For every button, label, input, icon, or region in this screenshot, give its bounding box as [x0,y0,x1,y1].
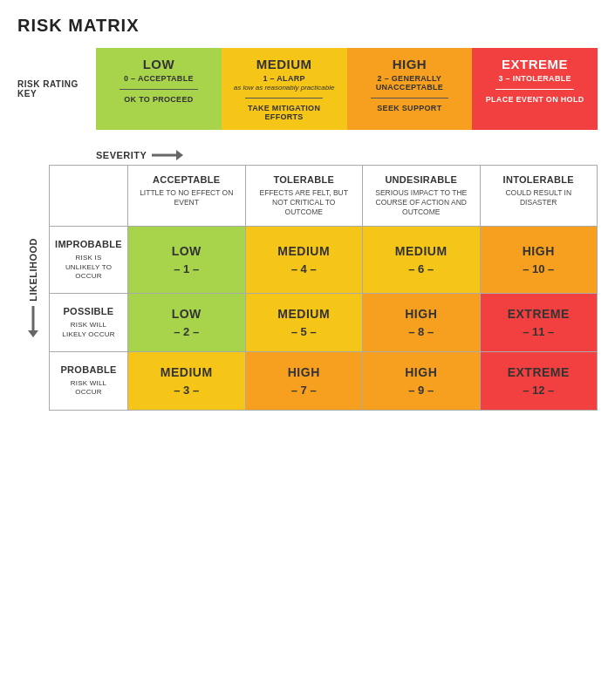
matrix-data-row-improbable: IMPROBABLERISK IS UNLIKELY TO OCCURLOW– … [50,227,597,294]
rating-box-divider-medium [245,98,323,99]
matrix-cell-improbable-2: MEDIUM– 6 – [363,227,481,293]
page-title: RISK MATRIX [17,16,598,36]
row-label-sub-possible: RISK WILL LIKELY OCCUR [58,321,119,339]
matrix-header-cell-1: TOLERABLEEFFECTS ARE FELT, BUT NOT CRITI… [246,166,364,227]
row-label-sub-probable: RISK WILL OCCUR [58,379,119,398]
cell-number-probable-3: – 12 – [523,384,554,397]
rating-box-action-low: OK TO PROCEED [124,95,193,104]
matrix-header-cell-title-1: TOLERABLE [253,174,356,185]
rating-box-low: LOW0 – ACCEPTABLEOK TO PROCEED [96,48,222,130]
row-label-improbable: IMPROBABLERISK IS UNLIKELY TO OCCUR [50,227,128,293]
rating-box-sub-italic-medium: as low as reasonably practicable [234,84,335,92]
cell-number-probable-2: – 9 – [408,384,434,397]
cell-number-possible-2: – 8 – [408,325,434,338]
cell-rating-possible-1: MEDIUM [277,307,330,321]
cell-rating-improbable-1: MEDIUM [277,244,330,258]
row-label-title-probable: PROBABLE [60,364,116,375]
rating-key-section: RISK RATING KEY LOW0 – ACCEPTABLEOK TO P… [17,48,598,130]
rating-box-title-extreme: EXTREME [502,57,568,71]
row-label-possible: POSSIBLERISK WILL LIKELY OCCUR [50,294,128,351]
cell-rating-probable-2: HIGH [405,365,437,379]
matrix-header-cell-sub-3: COULD RESULT IN DISASTER [488,188,591,207]
rating-box-extreme: EXTREME3 – INTOLERABLEPLACE EVENT ON HOL… [472,48,598,130]
row-label-probable: PROBABLERISK WILL OCCUR [50,352,128,410]
matrix-header-cell-sub-1: EFFECTS ARE FELT, BUT NOT CRITICAL TO OU… [253,188,356,217]
matrix-wrapper: LIKELIHOOD ACCEPTABLELITTLE TO NO EFFECT… [17,165,598,411]
rating-box-sub-medium: 1 – ALARP [263,74,304,83]
matrix-cell-improbable-0: LOW– 1 – [128,227,246,293]
severity-label: SEVERITY [96,150,147,160]
row-label-title-possible: POSSIBLE [63,306,113,316]
likelihood-arrow-icon [27,306,39,337]
matrix-header-cell-2: UNDESIRABLESERIOUS IMPACT TO THE COURSE … [363,166,481,227]
severity-row: SEVERITY [96,149,598,161]
matrix-header-cell-0: ACCEPTABLELITTLE TO NO EFFECT ON EVENT [128,166,246,227]
matrix-cell-improbable-1: MEDIUM– 4 – [246,227,364,293]
matrix-cell-probable-1: HIGH– 7 – [246,352,364,410]
cell-number-improbable-0: – 1 – [174,262,199,275]
cell-rating-possible-0: LOW [172,307,202,321]
rating-box-action-extreme: PLACE EVENT ON HOLD [486,95,584,104]
cell-number-probable-0: – 3 – [174,384,199,397]
matrix-header-cells: ACCEPTABLELITTLE TO NO EFFECT ON EVENTTO… [128,166,597,227]
rating-box-sub-high: 2 – GENERALLY UNACCEPTABLE [354,74,466,92]
rating-box-divider-high [371,98,448,99]
cell-rating-possible-2: HIGH [405,307,437,321]
row-label-title-improbable: IMPROBABLE [55,239,122,249]
matrix-data-row-possible: POSSIBLERISK WILL LIKELY OCCURLOW– 2 –ME… [50,294,597,352]
matrix-cell-probable-3: EXTREME– 12 – [481,352,598,410]
matrix-cell-possible-3: EXTREME– 11 – [481,294,598,351]
matrix-header-cell-title-0: ACCEPTABLE [135,174,238,185]
matrix-cell-possible-0: LOW– 2 – [128,294,246,351]
rating-box-divider-low [120,89,197,90]
cell-rating-probable-0: MEDIUM [161,365,213,379]
likelihood-label-area: LIKELIHOOD [17,165,49,411]
matrix-cell-probable-0: MEDIUM– 3 – [128,352,246,410]
rating-box-title-medium: MEDIUM [256,57,312,71]
cell-rating-possible-3: EXTREME [508,307,570,321]
matrix-header-row: ACCEPTABLELITTLE TO NO EFFECT ON EVENTTO… [50,166,597,227]
header-spacer-cell [50,166,128,227]
rating-box-high: HIGH2 – GENERALLY UNACCEPTABLESEEK SUPPO… [347,48,473,130]
matrix-cell-possible-1: MEDIUM– 5 – [246,294,364,351]
cell-rating-probable-1: HIGH [288,365,320,379]
rating-box-action-high: SEEK SUPPORT [377,104,441,112]
rating-key-boxes: LOW0 – ACCEPTABLEOK TO PROCEEDMEDIUM1 – … [96,48,598,130]
cell-number-possible-3: – 11 – [523,325,554,338]
matrix-header-cell-sub-0: LITTLE TO NO EFFECT ON EVENT [135,188,238,207]
likelihood-label-group: LIKELIHOOD [27,238,39,338]
cell-rating-probable-3: EXTREME [508,365,570,379]
rating-box-medium: MEDIUM1 – ALARPas low as reasonably prac… [222,48,347,130]
row-label-sub-improbable: RISK IS UNLIKELY TO OCCUR [58,254,119,281]
rating-box-sub-extreme: 3 – INTOLERABLE [498,74,571,83]
rating-box-sub-low: 0 – ACCEPTABLE [124,74,194,83]
matrix-header-cell-3: INTOLERABLECOULD RESULT IN DISASTER [481,166,598,227]
rating-box-title-low: LOW [143,57,175,71]
matrix-data-row-probable: PROBABLERISK WILL OCCURMEDIUM– 3 –HIGH– … [50,352,597,410]
rating-box-title-high: HIGH [393,57,427,71]
matrix-header-cell-title-2: UNDESIRABLE [370,174,473,185]
cell-rating-improbable-0: LOW [172,244,202,258]
matrix-cell-probable-2: HIGH– 9 – [363,352,481,410]
cell-number-possible-0: – 2 – [174,325,199,338]
rating-box-action-medium: TAKE MITIGATION EFFORTS [229,104,340,121]
cell-rating-improbable-3: HIGH [523,244,555,258]
likelihood-label: LIKELIHOOD [28,238,38,302]
severity-arrow-icon [152,149,183,161]
cell-number-improbable-1: – 4 – [291,262,317,275]
matrix-cell-possible-2: HIGH– 8 – [363,294,481,351]
cell-number-improbable-3: – 10 – [523,262,554,275]
cell-number-possible-1: – 5 – [291,325,317,338]
matrix-header-cell-title-3: INTOLERABLE [488,174,591,185]
matrix-cell-improbable-3: HIGH– 10 – [481,227,598,293]
matrix-table: ACCEPTABLELITTLE TO NO EFFECT ON EVENTTO… [49,165,598,411]
rating-box-divider-extreme [495,89,573,90]
cell-number-improbable-2: – 6 – [408,262,434,275]
cell-number-probable-1: – 7 – [291,384,317,397]
rating-key-label: RISK RATING KEY [17,79,96,99]
matrix-body: IMPROBABLERISK IS UNLIKELY TO OCCURLOW– … [50,227,597,410]
cell-rating-improbable-2: MEDIUM [395,244,448,258]
matrix-header-cell-sub-2: SERIOUS IMPACT TO THE COURSE OF ACTION A… [370,188,473,217]
matrix-section: SEVERITY LIKELIHOOD ACCEPTABLELITTLE TO … [17,149,598,411]
